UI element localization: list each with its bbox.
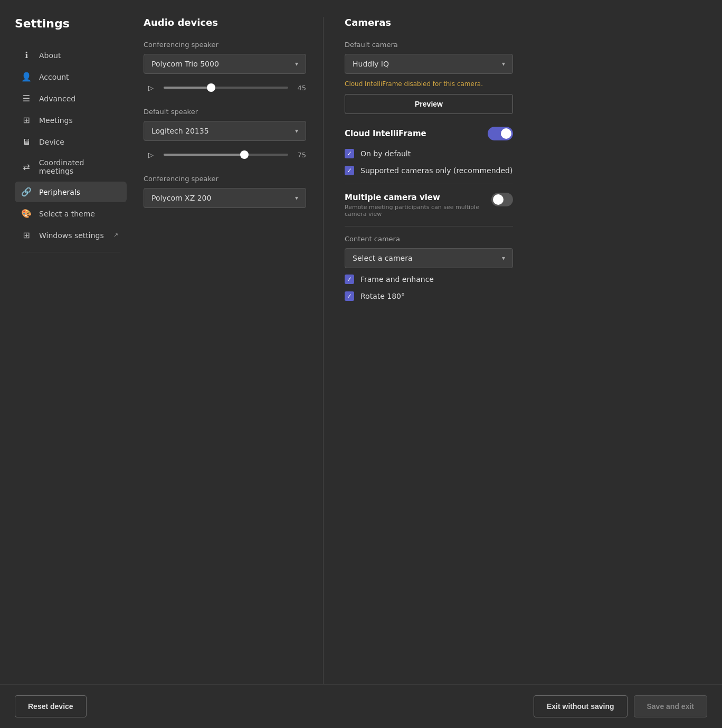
- checkmark-icon: ✓: [347, 276, 352, 282]
- sidebar-item-advanced[interactable]: ☰ Advanced: [15, 88, 127, 109]
- rotate-180-checkbox[interactable]: ✓: [345, 291, 354, 301]
- default-speaker-value: Logitech 20135: [151, 127, 209, 135]
- sidebar-item-windows-settings[interactable]: ⊞ Windows settings ↗: [15, 225, 127, 245]
- main-content: Audio devices Conferencing speaker Polyc…: [127, 17, 722, 684]
- device-icon: 🖥: [21, 137, 32, 147]
- default-speaker-volume-value: 75: [293, 151, 306, 159]
- rotate-180-row: ✓ Rotate 180°: [345, 291, 513, 301]
- sidebar-item-label: Meetings: [39, 116, 73, 125]
- external-link-icon: ↗: [113, 232, 118, 239]
- conferencing-mic-value: Polycom XZ 200: [151, 194, 211, 202]
- sidebar-item-device[interactable]: 🖥 Device: [15, 131, 127, 152]
- sidebar-item-label: Select a theme: [39, 210, 95, 218]
- conferencing-speaker-value: Polycom Trio 5000: [151, 60, 219, 68]
- conferencing-mic-dropdown[interactable]: Polycom XZ 200 ▾: [144, 188, 306, 208]
- section-divider: [345, 226, 513, 226]
- conferencing-speaker-label: Conferencing speaker: [144, 41, 306, 49]
- sidebar: Settings ℹ About 👤 Account ☰ Advanced ⊞ …: [0, 17, 127, 684]
- sidebar-item-label: About: [39, 51, 61, 60]
- content-camera-dropdown[interactable]: Select a camera ▾: [345, 248, 513, 268]
- chevron-down-icon: ▾: [295, 60, 298, 68]
- frame-and-enhance-row: ✓ Frame and enhance: [345, 275, 513, 284]
- multiple-camera-view-subtitle: Remote meeting participants can see mult…: [345, 204, 491, 218]
- rotate-180-label: Rotate 180°: [360, 292, 405, 300]
- audio-devices-title: Audio devices: [144, 17, 306, 28]
- sidebar-item-meetings[interactable]: ⊞ Meetings: [15, 110, 127, 130]
- account-icon: 👤: [21, 72, 32, 82]
- content-camera-value: Select a camera: [353, 254, 413, 262]
- default-camera-label: Default camera: [345, 41, 513, 49]
- sidebar-item-label: Device: [39, 138, 64, 146]
- cloud-intelliframe-toggle[interactable]: [488, 127, 513, 140]
- coordinated-icon: ⇄: [21, 162, 32, 172]
- info-icon: ℹ: [21, 50, 32, 60]
- toggle-thumb: [493, 194, 504, 205]
- cloud-intelliframe-label: Cloud IntelliFrame: [345, 129, 426, 138]
- default-speaker-play-button[interactable]: ▷: [144, 147, 158, 162]
- conferencing-speaker-slider[interactable]: [164, 87, 288, 89]
- exit-without-saving-button[interactable]: Exit without saving: [534, 695, 628, 717]
- footer: Reset device Exit without saving Save an…: [0, 684, 722, 728]
- frame-and-enhance-checkbox[interactable]: ✓: [345, 275, 354, 284]
- save-and-exit-button[interactable]: Save and exit: [634, 695, 708, 717]
- multiple-camera-toggle[interactable]: [491, 193, 513, 206]
- default-speaker-label: Default speaker: [144, 108, 306, 116]
- multiple-camera-view-text: Multiple camera view Remote meeting part…: [345, 193, 491, 218]
- on-by-default-label: On by default: [360, 149, 411, 158]
- sidebar-item-account[interactable]: 👤 Account: [15, 67, 127, 87]
- theme-icon: 🎨: [21, 209, 32, 219]
- chevron-down-icon: ▾: [502, 60, 505, 68]
- sidebar-divider: [21, 252, 120, 252]
- meetings-icon: ⊞: [21, 115, 32, 125]
- sidebar-item-label: Peripherals: [39, 188, 80, 196]
- sidebar-item-label: Account: [39, 73, 69, 81]
- sidebar-item-peripherals[interactable]: 🔗 Peripherals: [15, 182, 127, 202]
- footer-right: Exit without saving Save and exit: [534, 695, 707, 717]
- page-title: Settings: [15, 17, 127, 30]
- chevron-down-icon: ▾: [502, 254, 505, 262]
- cameras-title: Cameras: [345, 17, 513, 28]
- supported-cameras-row: ✓ Supported cameras only (recommended): [345, 166, 513, 175]
- conferencing-speaker-volume-row: ▷ 45: [144, 80, 306, 95]
- sidebar-item-about[interactable]: ℹ About: [15, 45, 127, 65]
- sidebar-item-label: Windows settings: [39, 231, 104, 240]
- chevron-down-icon: ▾: [295, 127, 298, 135]
- cloud-intelliframe-row: Cloud IntelliFrame: [345, 127, 513, 140]
- sidebar-item-label: Coordinated meetings: [39, 158, 120, 175]
- default-speaker-slider[interactable]: [164, 154, 288, 156]
- conferencing-speaker-volume-value: 45: [293, 84, 306, 92]
- frame-and-enhance-label: Frame and enhance: [360, 275, 434, 283]
- checkmark-icon: ✓: [347, 167, 352, 174]
- preview-button[interactable]: Preview: [345, 94, 513, 114]
- peripherals-icon: 🔗: [21, 187, 32, 197]
- supported-cameras-label: Supported cameras only (recommended): [360, 166, 512, 175]
- sidebar-item-coordinated-meetings[interactable]: ⇄ Coordinated meetings: [15, 153, 127, 181]
- conferencing-speaker-dropdown[interactable]: Polycom Trio 5000 ▾: [144, 54, 306, 74]
- chevron-down-icon: ▾: [295, 194, 298, 202]
- slider-fill: [164, 154, 244, 156]
- sidebar-item-label: Advanced: [39, 94, 75, 103]
- default-speaker-dropdown[interactable]: Logitech 20135 ▾: [144, 121, 306, 141]
- on-by-default-checkbox[interactable]: ✓: [345, 149, 354, 158]
- conferencing-mic-label: Conferencing speaker: [144, 175, 306, 183]
- content-camera-label: Content camera: [345, 235, 513, 243]
- checkmark-icon: ✓: [347, 293, 352, 299]
- advanced-icon: ☰: [21, 93, 32, 103]
- default-speaker-volume-row: ▷ 75: [144, 147, 306, 162]
- audio-devices-panel: Audio devices Conferencing speaker Polyc…: [144, 17, 323, 684]
- slider-fill: [164, 87, 211, 89]
- content-camera-section: Content camera Select a camera ▾ ✓ Frame…: [345, 235, 513, 301]
- conferencing-speaker-play-button[interactable]: ▷: [144, 80, 158, 95]
- multiple-camera-view-row: Multiple camera view Remote meeting part…: [345, 193, 513, 218]
- windows-icon: ⊞: [21, 230, 32, 240]
- slider-thumb[interactable]: [207, 83, 215, 92]
- section-divider: [345, 184, 513, 184]
- checkmark-icon: ✓: [347, 150, 352, 157]
- sidebar-item-select-theme[interactable]: 🎨 Select a theme: [15, 203, 127, 224]
- supported-cameras-checkbox[interactable]: ✓: [345, 166, 354, 175]
- toggle-thumb: [501, 128, 511, 139]
- reset-device-button[interactable]: Reset device: [15, 695, 87, 717]
- slider-thumb[interactable]: [240, 150, 249, 159]
- cloud-intelliframe-warning: Cloud IntelliFrame disabled for this cam…: [345, 80, 513, 88]
- default-camera-dropdown[interactable]: Huddly IQ ▾: [345, 54, 513, 74]
